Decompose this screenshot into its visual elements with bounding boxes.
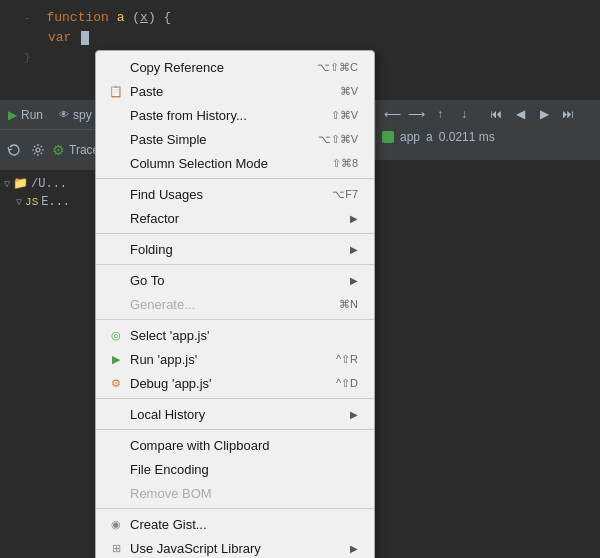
- find-usages-shortcut: ⌥F7: [332, 188, 358, 201]
- skip-prev-icon[interactable]: ◀: [510, 104, 530, 124]
- local-history-label: Local History: [130, 407, 205, 422]
- menu-item-select-appjs[interactable]: ◎Select 'app.js': [96, 323, 374, 347]
- generate-label: Generate...: [130, 297, 195, 312]
- generate-icon: ·: [108, 296, 124, 312]
- use-js-library-arrow: ▶: [350, 543, 358, 554]
- paste-shortcut: ⌘V: [340, 85, 358, 98]
- paste-label: Paste: [130, 84, 163, 99]
- menu-item-debug-appjs[interactable]: ⚙Debug 'app.js'^⇧D: [96, 371, 374, 395]
- menu-item-refactor[interactable]: ·Refactor▶: [96, 206, 374, 230]
- find-usages-icon: ·: [108, 186, 124, 202]
- menu-separator-8: [96, 233, 374, 234]
- create-gist-label: Create Gist...: [130, 517, 207, 532]
- menu-separator-13: [96, 319, 374, 320]
- menu-item-local-history[interactable]: ·Local History▶: [96, 402, 374, 426]
- timing-label: 0.0211 ms: [439, 130, 495, 144]
- paste-from-history-icon: ·: [108, 107, 124, 123]
- remove-bom-icon: ·: [108, 485, 124, 501]
- fn-label: a: [426, 130, 433, 144]
- column-selection-mode-icon: ·: [108, 155, 124, 171]
- run-appjs-label: Run 'app.js': [130, 352, 197, 367]
- compare-clipboard-label: Compare with Clipboard: [130, 438, 269, 453]
- menu-separator-23: [96, 508, 374, 509]
- find-usages-label: Find Usages: [130, 187, 203, 202]
- menu-item-paste[interactable]: 📋Paste⌘V: [96, 79, 374, 103]
- menu-item-column-selection-mode[interactable]: ·Column Selection Mode⇧⌘8: [96, 151, 374, 175]
- menu-item-remove-bom: ·Remove BOM: [96, 481, 374, 505]
- menu-item-use-js-library[interactable]: ⊞Use JavaScript Library▶: [96, 536, 374, 558]
- svg-point-0: [36, 148, 40, 152]
- right-info: app a 0.0211 ms: [376, 128, 600, 146]
- spy-tab-label: spy: [73, 108, 92, 122]
- local-history-arrow: ▶: [350, 409, 358, 420]
- copy-reference-shortcut: ⌥⇧⌘C: [317, 61, 358, 74]
- paste-icon: 📋: [108, 83, 124, 99]
- file-encoding-icon: ·: [108, 461, 124, 477]
- menu-separator-19: [96, 429, 374, 430]
- tab-spy[interactable]: 👁 spy: [51, 104, 100, 126]
- goto-icon: ·: [108, 272, 124, 288]
- paste-simple-label: Paste Simple: [130, 132, 207, 147]
- paste-from-history-shortcut: ⇧⌘V: [331, 109, 358, 122]
- forward-icon[interactable]: ⟶: [406, 104, 426, 124]
- menu-item-file-encoding[interactable]: ·File Encoding: [96, 457, 374, 481]
- gear-icon[interactable]: [28, 140, 48, 160]
- menu-item-copy-reference[interactable]: ·Copy Reference⌥⇧⌘C: [96, 55, 374, 79]
- debug-appjs-icon: ⚙: [108, 375, 124, 391]
- menu-separator-10: [96, 264, 374, 265]
- copy-reference-label: Copy Reference: [130, 60, 224, 75]
- run-icon: ▶: [8, 108, 17, 122]
- menu-item-paste-from-history[interactable]: ·Paste from History...⇧⌘V: [96, 103, 374, 127]
- select-appjs-label: Select 'app.js': [130, 328, 209, 343]
- up-icon[interactable]: ↑: [430, 104, 450, 124]
- menu-item-folding[interactable]: ·Folding▶: [96, 237, 374, 261]
- right-toolbar: ⟵ ⟶ ↑ ↓ ⏮ ◀ ▶ ⏭: [376, 100, 600, 128]
- menu-item-goto[interactable]: ·Go To▶: [96, 268, 374, 292]
- code-line-1: - function a (x) {: [24, 8, 600, 28]
- app-label: app: [400, 130, 420, 144]
- menu-separator-5: [96, 178, 374, 179]
- folding-arrow: ▶: [350, 244, 358, 255]
- use-js-library-label: Use JavaScript Library: [130, 541, 261, 556]
- menu-separator-17: [96, 398, 374, 399]
- back-icon[interactable]: ⟵: [382, 104, 402, 124]
- column-selection-mode-label: Column Selection Mode: [130, 156, 268, 171]
- folding-label: Folding: [130, 242, 173, 257]
- menu-item-paste-simple[interactable]: ·Paste Simple⌥⇧⌘V: [96, 127, 374, 151]
- run-tab-label: Run: [21, 108, 43, 122]
- goto-label: Go To: [130, 273, 164, 288]
- refactor-arrow: ▶: [350, 213, 358, 224]
- tab-run[interactable]: ▶ Run: [0, 104, 51, 126]
- code-line-2: var: [24, 28, 600, 48]
- menu-item-run-appjs[interactable]: ▶Run 'app.js'^⇧R: [96, 347, 374, 371]
- refactor-icon: ·: [108, 210, 124, 226]
- skip-back-icon[interactable]: ⏮: [486, 104, 506, 124]
- app-badge: [382, 131, 394, 143]
- remove-bom-label: Remove BOM: [130, 486, 212, 501]
- folding-icon: ·: [108, 241, 124, 257]
- select-appjs-icon: ◎: [108, 327, 124, 343]
- refactor-label: Refactor: [130, 211, 179, 226]
- refresh-icon[interactable]: [4, 140, 24, 160]
- create-gist-icon: ◉: [108, 516, 124, 532]
- run-appjs-icon: ▶: [108, 351, 124, 367]
- down-icon[interactable]: ↓: [454, 104, 474, 124]
- compare-clipboard-icon: ·: [108, 437, 124, 453]
- menu-item-create-gist[interactable]: ◉Create Gist...: [96, 512, 374, 536]
- column-selection-mode-shortcut: ⇧⌘8: [332, 157, 358, 170]
- run-appjs-shortcut: ^⇧R: [336, 353, 358, 366]
- paste-from-history-label: Paste from History...: [130, 108, 247, 123]
- skip-next-icon[interactable]: ▶: [534, 104, 554, 124]
- skip-forward-icon[interactable]: ⏭: [558, 104, 578, 124]
- paste-simple-shortcut: ⌥⇧⌘V: [318, 133, 358, 146]
- debug-appjs-label: Debug 'app.js': [130, 376, 212, 391]
- right-panel: ⟵ ⟶ ↑ ↓ ⏮ ◀ ▶ ⏭ app a 0.0211 ms: [375, 100, 600, 160]
- context-menu: ·Copy Reference⌥⇧⌘C📋Paste⌘V·Paste from H…: [95, 50, 375, 558]
- paste-simple-icon: ·: [108, 131, 124, 147]
- use-js-library-icon: ⊞: [108, 540, 124, 556]
- menu-item-generate: ·Generate...⌘N: [96, 292, 374, 316]
- menu-item-find-usages[interactable]: ·Find Usages⌥F7: [96, 182, 374, 206]
- trace-label: ⚙ Trace: [52, 142, 99, 158]
- menu-item-compare-clipboard[interactable]: ·Compare with Clipboard: [96, 433, 374, 457]
- file-encoding-label: File Encoding: [130, 462, 209, 477]
